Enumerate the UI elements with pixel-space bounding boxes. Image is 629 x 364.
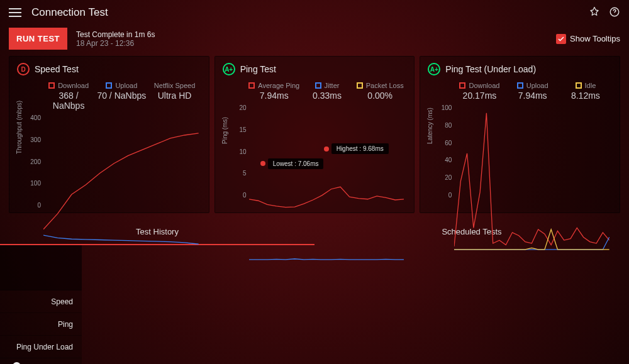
app-header: Connection Test — [0, 0, 629, 25]
legend-swatch-icon — [517, 82, 523, 89]
legend-swatch-icon — [357, 82, 363, 89]
test-timestamp: 18 Apr 23 - 12:36 — [76, 39, 155, 48]
hamburger-icon[interactable] — [9, 8, 21, 17]
speed-legend: Download 368 / NaNbps Upload 70 / NaNbps… — [17, 79, 201, 112]
panel-title: Ping Test — [240, 64, 276, 74]
run-test-button[interactable]: RUN TEST — [9, 28, 67, 50]
page-title: Connection Test — [31, 6, 108, 19]
panel-title: Ping Test (Under Load) — [445, 64, 536, 74]
test-status: Test Complete in 1m 6s — [76, 30, 155, 39]
show-tooltips-toggle[interactable]: Show Tooltips — [556, 34, 620, 44]
legend-swatch-icon — [106, 82, 112, 89]
run-row: RUN TEST Test Complete in 1m 6s 18 Apr 2… — [0, 25, 629, 56]
history-area: Speed Ping Ping Under Load — [0, 245, 629, 364]
pingload-legend: Download 20.17ms Upload 7.94ms Idle 8.12… — [428, 79, 612, 102]
highest-tooltip: Highest : 9.68ms — [331, 143, 389, 154]
grade-badge: D — [17, 63, 30, 75]
panels-row: D Speed Test Download 368 / NaNbps Uploa… — [0, 56, 629, 213]
pingload-chart: Latency (ms) 100806040200 — [428, 104, 612, 199]
history-item-speed[interactable]: Speed — [0, 290, 82, 313]
legend-swatch-icon — [315, 82, 321, 89]
pin-icon[interactable] — [589, 6, 600, 19]
history-item-ping[interactable]: Ping — [0, 313, 82, 336]
ping-test-panel: A+ Ping Test Average Ping 7.94ms Jitter … — [214, 56, 415, 213]
history-item-pingload[interactable]: Ping Under Load — [0, 336, 82, 358]
grade-badge: A+ — [223, 63, 235, 75]
legend-swatch-icon — [576, 82, 582, 89]
run-info: Test Complete in 1m 6s 18 Apr 23 - 12:36 — [76, 30, 155, 48]
ping-chart: Ping (ms) 20151050 Lowest : 7.06ms Highe… — [223, 104, 407, 199]
show-tooltips-label: Show Tooltips — [570, 34, 620, 43]
history-chart-area — [82, 245, 629, 364]
checkbox-checked-icon — [556, 34, 566, 44]
lowest-point-icon — [260, 161, 265, 166]
svg-point-1 — [615, 14, 615, 14]
speed-chart: Throughput (mbps) 4003002001000 — [17, 114, 201, 209]
legend-swatch-icon — [48, 82, 55, 89]
ping-legend: Average Ping 7.94ms Jitter 0.33ms Packet… — [223, 79, 407, 102]
legend-swatch-icon — [459, 82, 465, 89]
ping-load-panel: A+ Ping Test (Under Load) Download 20.17… — [420, 56, 620, 213]
help-icon[interactable] — [609, 6, 620, 19]
highest-point-icon — [324, 146, 329, 152]
lowest-tooltip: Lowest : 7.06ms — [268, 158, 324, 169]
legend-swatch-icon — [248, 82, 255, 89]
panel-title: Speed Test — [35, 64, 79, 74]
grade-badge: A+ — [428, 63, 440, 75]
speed-test-panel: D Speed Test Download 368 / NaNbps Uploa… — [9, 56, 209, 213]
